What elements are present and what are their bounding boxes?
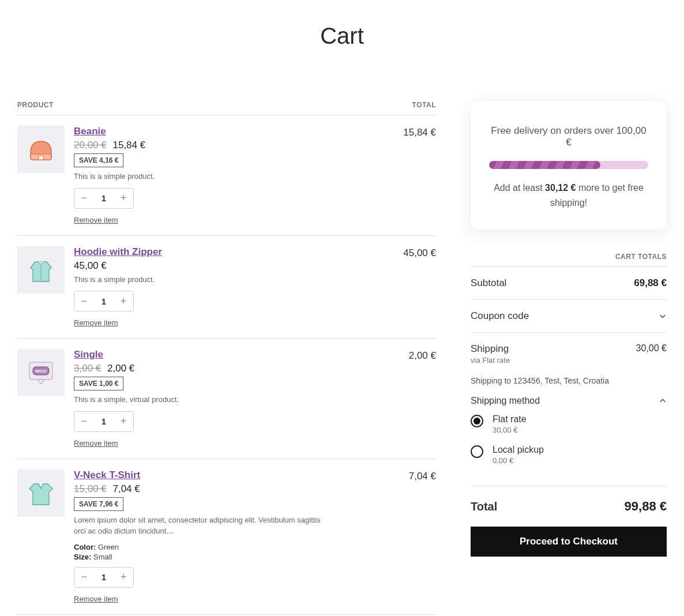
product-thumbnail[interactable] — [17, 469, 65, 517]
shipping-method-toggle[interactable]: Shipping method — [471, 396, 667, 406]
quantity-stepper: − + — [74, 291, 134, 311]
shipping-option-price: 30,00 € — [493, 426, 527, 434]
color-label: Color: — [74, 543, 96, 551]
qty-decrease-button[interactable]: − — [74, 189, 94, 208]
product-name-link[interactable]: Beanie — [74, 126, 106, 137]
total-label: Total — [471, 500, 497, 513]
qty-decrease-button[interactable]: − — [74, 412, 94, 431]
product-name-link[interactable]: Hoodie with Zipper — [74, 246, 162, 258]
product-description: This is a simple, virtual product. — [74, 394, 328, 405]
old-price: 20,00 € — [74, 140, 107, 151]
remove-item-link[interactable]: Remove item — [74, 595, 118, 603]
free-shipping-progress — [489, 161, 648, 169]
old-price: 15,00 € — [74, 483, 107, 494]
line-total: 15,84 € — [403, 126, 436, 225]
chevron-down-icon — [659, 312, 667, 320]
product-description: This is a simple product. — [74, 274, 328, 286]
save-badge: SAVE 4,16 € — [74, 153, 123, 167]
product-thumbnail[interactable]: WOO — [17, 349, 65, 396]
subtotal-value: 69,88 € — [634, 277, 667, 289]
current-price: 7,04 € — [112, 483, 140, 494]
shipping-value: 30,00 € — [636, 343, 667, 354]
qty-increase-button[interactable]: + — [114, 568, 133, 587]
remove-item-link[interactable]: Remove item — [74, 318, 118, 327]
cart-items-column: PRODUCT TOTAL Beanie 20,00 € 15,84 € SAV… — [17, 101, 436, 615]
remove-item-link[interactable]: Remove item — [74, 216, 118, 224]
shipping-option-name: Flat rate — [493, 414, 527, 425]
shipping-option-price: 0,00 € — [493, 456, 544, 465]
quantity-stepper: − + — [74, 188, 134, 209]
line-total: 7,04 € — [409, 469, 436, 604]
proceed-to-checkout-button[interactable]: Proceed to Checkout — [471, 527, 667, 557]
cart-item: V-Neck T-Shirt 15,00 € 7,04 € SAVE 7,96 … — [17, 459, 436, 615]
line-total: 2,00 € — [409, 349, 436, 448]
shipping-option-name: Local pickup — [493, 445, 544, 455]
qty-input[interactable] — [94, 568, 114, 587]
shipping-address: Shipping to 123456, Test, Test, Croatia — [471, 376, 667, 385]
current-price: 15,84 € — [112, 140, 145, 151]
shipping-option-flat-rate[interactable]: Flat rate 30,00 € — [471, 414, 667, 434]
save-badge: SAVE 1,00 € — [74, 377, 123, 390]
product-description: This is a simple product. — [74, 171, 328, 182]
coupon-label: Coupon code — [471, 310, 529, 322]
shipping-method-label: Shipping method — [471, 396, 540, 406]
size-value: Small — [93, 553, 112, 561]
svg-rect-1 — [39, 156, 43, 160]
remove-item-link[interactable]: Remove item — [74, 439, 118, 448]
free-shipping-note: Add at least 30,12 € more to get free sh… — [489, 181, 648, 210]
qty-input[interactable] — [94, 412, 114, 431]
size-label: Size: — [74, 553, 91, 561]
cart-item: WOO Single 3,00 € 2,00 € SAVE 1,00 € Thi… — [17, 339, 436, 459]
shipping-label: Shipping — [471, 343, 510, 355]
qty-decrease-button[interactable]: − — [74, 291, 94, 311]
shipping-block: Shipping via Flat rate 30,00 € Shipping … — [471, 333, 667, 486]
radio-icon — [471, 415, 483, 427]
qty-input[interactable] — [94, 189, 114, 208]
total-value: 99,88 € — [625, 499, 667, 514]
coupon-toggle[interactable]: Coupon code — [471, 300, 667, 333]
current-price: 2,00 € — [107, 363, 134, 374]
free-shipping-progress-fill — [489, 161, 600, 169]
subtotal-label: Subtotal — [471, 277, 506, 289]
product-name-link[interactable]: V-Neck T-Shirt — [74, 469, 140, 481]
cart-item: Beanie 20,00 € 15,84 € SAVE 4,16 € This … — [17, 115, 436, 236]
qty-increase-button[interactable]: + — [114, 412, 133, 431]
total-column-header: TOTAL — [412, 101, 436, 109]
save-badge: SAVE 7,96 € — [74, 497, 123, 511]
shipping-via: via Flat rate — [471, 356, 510, 365]
line-total: 45,00 € — [403, 246, 436, 328]
page-title: Cart — [17, 23, 667, 49]
free-shipping-title: Free delivery on orders over 100,00 € — [489, 125, 648, 148]
radio-icon — [471, 445, 483, 458]
qty-increase-button[interactable]: + — [114, 189, 133, 208]
cart-totals-heading: CART TOTALS — [471, 253, 667, 267]
old-price: 3,00 € — [74, 363, 101, 374]
product-column-header: PRODUCT — [17, 101, 54, 109]
cart-item: Hoodie with Zipper 45,00 € This is a sim… — [17, 236, 436, 339]
current-price: 45,00 € — [74, 260, 107, 271]
product-thumbnail[interactable] — [17, 246, 65, 294]
qty-input[interactable] — [94, 291, 114, 311]
quantity-stepper: − + — [74, 411, 134, 432]
product-name-link[interactable]: Single — [74, 349, 103, 360]
color-value: Green — [98, 543, 119, 551]
product-thumbnail[interactable] — [17, 126, 65, 173]
product-description: Lorem ipsum dolor sit amet, consectetur … — [74, 514, 328, 537]
shipping-option-local-pickup[interactable]: Local pickup 0,00 € — [471, 445, 667, 465]
qty-increase-button[interactable]: + — [114, 291, 133, 311]
free-shipping-card: Free delivery on orders over 100,00 € Ad… — [471, 101, 667, 230]
subtotal-row: Subtotal 69,88 € — [471, 267, 667, 300]
chevron-up-icon — [659, 397, 667, 405]
grand-total-row: Total 99,88 € — [471, 486, 667, 527]
svg-text:WOO: WOO — [35, 369, 47, 374]
quantity-stepper: − + — [74, 567, 134, 588]
qty-decrease-button[interactable]: − — [74, 568, 94, 587]
